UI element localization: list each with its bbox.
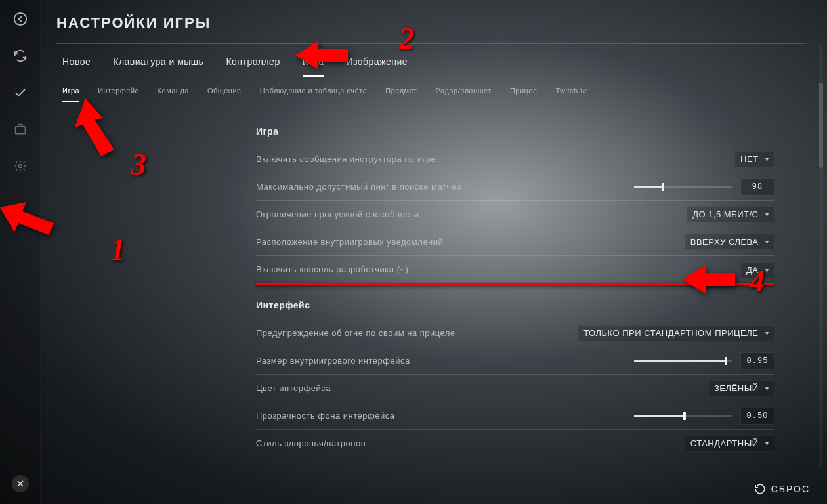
primary-tabs: Новое Клавиатура и мышь Контроллер Игра … xyxy=(62,52,408,77)
tab-controller[interactable]: Контроллер xyxy=(226,52,280,77)
row-max-ping: Максимально допустимый пинг в поиске мат… xyxy=(256,173,774,201)
setting-label: Максимально допустимый пинг в поиске мат… xyxy=(256,181,461,193)
row-hud-color: Цвет интерфейса ЗЕЛЁНЫЙ▾ xyxy=(256,375,774,402)
chevron-down-icon: ▾ xyxy=(765,385,769,392)
chevron-down-icon: ▾ xyxy=(765,329,769,337)
row-ff-warning: Предупреждение об огне по своим на прице… xyxy=(256,320,774,347)
annotation-number-1: 1 xyxy=(110,232,126,267)
reset-label: СБРОС xyxy=(771,484,810,494)
slider-max-ping[interactable] xyxy=(634,186,732,188)
refresh-icon[interactable] xyxy=(12,47,29,64)
annotation-number-2: 2 xyxy=(399,21,415,56)
row-bg-alpha: Прозрачность фона интерфейса 0.50 xyxy=(256,402,774,430)
dropdown-ff-warning[interactable]: ТОЛЬКО ПРИ СТАНДАРТНОМ ПРИЦЕЛЕ▾ xyxy=(578,325,774,341)
annotation-number-3: 3 xyxy=(131,147,147,182)
page-title: НАСТРОЙКИ ИГРЫ xyxy=(56,14,211,32)
slider-bg-alpha[interactable] xyxy=(634,415,732,417)
secondary-tabs: Игра Интерфейс Команда Общение Наблюдени… xyxy=(62,84,587,102)
section-title-game: Игра xyxy=(256,126,774,136)
back-icon[interactable] xyxy=(12,10,29,28)
tab-video[interactable]: Изображение xyxy=(346,52,408,77)
row-instructor-messages: Включить сообщения инструктора по игре Н… xyxy=(256,146,774,173)
tab-game[interactable]: Игра xyxy=(303,52,324,77)
chevron-down-icon: ▾ xyxy=(765,211,769,218)
setting-label: Включить консоль разработчика (~) xyxy=(256,264,408,276)
slider-hud-scale[interactable] xyxy=(634,360,732,362)
subtab-crosshair[interactable]: Прицел xyxy=(510,84,538,102)
setting-label: Расположение внутриигровых уведомлений xyxy=(256,236,443,248)
close-button[interactable] xyxy=(12,475,29,492)
svg-point-2 xyxy=(18,165,22,168)
setting-label: Включить сообщения инструктора по игре xyxy=(256,154,436,165)
subtab-twitch[interactable]: Twitch.tv xyxy=(555,84,586,102)
chevron-down-icon: ▾ xyxy=(765,156,769,163)
row-health-style: Стиль здоровья/патронов СТАНДАРТНЫЙ▾ xyxy=(256,430,774,457)
setting-label: Прозрачность фона интерфейса xyxy=(256,410,394,422)
subtab-game[interactable]: Игра xyxy=(62,84,79,102)
annotation-arrow-3 xyxy=(74,98,126,158)
subtab-spectate[interactable]: Наблюдение и таблица счёта xyxy=(260,84,368,102)
scrollbar[interactable] xyxy=(819,43,823,467)
svg-rect-1 xyxy=(15,127,25,134)
setting-label: Размер внутриигрового интерфейса xyxy=(256,355,410,367)
tab-new[interactable]: Новое xyxy=(62,52,91,77)
dropdown-hud-color[interactable]: ЗЕЛЁНЫЙ▾ xyxy=(708,380,774,396)
value-bg-alpha[interactable]: 0.50 xyxy=(740,408,774,425)
dropdown-instructor[interactable]: НЕТ▾ xyxy=(734,151,774,167)
chevron-down-icon: ▾ xyxy=(765,238,769,245)
divider xyxy=(56,43,807,44)
subtab-team[interactable]: Команда xyxy=(158,84,189,102)
chevron-down-icon: ▾ xyxy=(765,440,769,447)
check-icon[interactable] xyxy=(12,84,29,101)
value-max-ping[interactable]: 98 xyxy=(740,178,774,196)
annotation-underline xyxy=(256,283,774,285)
chevron-down-icon: ▾ xyxy=(765,266,769,274)
gear-icon[interactable] xyxy=(12,158,29,175)
section-title-interface: Интерфейс xyxy=(256,300,774,310)
setting-label: Предупреждение об огне по своим на прице… xyxy=(256,327,456,339)
setting-label: Ограничение пропускной способности xyxy=(256,209,419,220)
subtab-interface[interactable]: Интерфейс xyxy=(98,84,138,102)
inventory-icon[interactable] xyxy=(12,121,29,138)
row-bandwidth: Ограничение пропускной способности ДО 1,… xyxy=(256,201,774,228)
setting-label: Цвет интерфейса xyxy=(256,383,331,394)
dropdown-dev-console[interactable]: ДА▾ xyxy=(740,262,774,278)
subtab-communication[interactable]: Общение xyxy=(207,84,242,102)
reset-button[interactable]: СБРОС xyxy=(754,483,810,495)
dropdown-health-style[interactable]: СТАНДАРТНЫЙ▾ xyxy=(685,435,774,452)
dropdown-bandwidth[interactable]: ДО 1,5 МБИТ/С▾ xyxy=(687,206,774,222)
svg-point-0 xyxy=(14,13,26,25)
row-dev-console: Включить консоль разработчика (~) ДА▾ xyxy=(256,256,774,284)
dropdown-notif-pos[interactable]: ВВЕРХУ СЛЕВА▾ xyxy=(685,234,774,250)
settings-body: Игра Включить сообщения инструктора по и… xyxy=(256,117,774,457)
tab-keyboard[interactable]: Клавиатура и мышь xyxy=(113,52,203,77)
left-sidebar xyxy=(0,0,41,504)
setting-label: Стиль здоровья/патронов xyxy=(256,438,366,450)
svg-marker-4 xyxy=(75,98,114,156)
row-hud-scale: Размер внутриигрового интерфейса 0.95 xyxy=(256,347,774,375)
value-hud-scale[interactable]: 0.95 xyxy=(740,352,774,369)
subtab-item[interactable]: Предмет xyxy=(385,84,417,102)
subtab-radar[interactable]: Радар/планшет xyxy=(435,84,491,102)
row-notif-pos: Расположение внутриигровых уведомлений В… xyxy=(256,228,774,256)
